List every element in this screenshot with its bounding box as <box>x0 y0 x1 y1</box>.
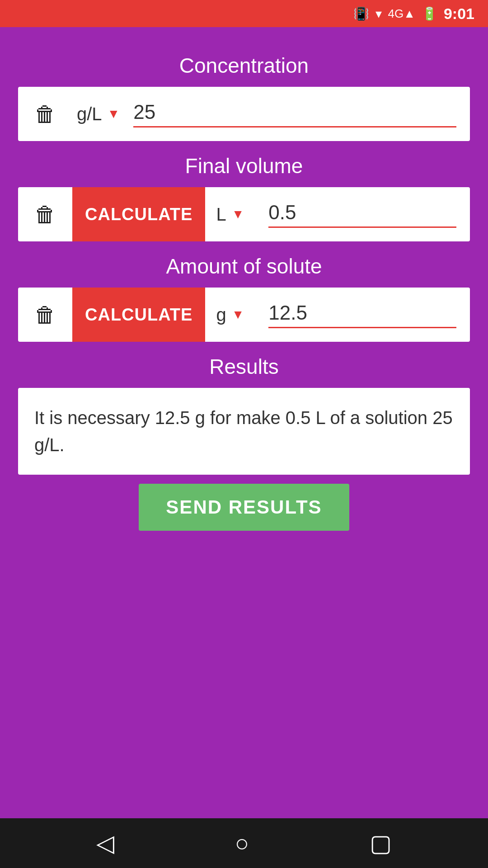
final-volume-dropdown-arrow[interactable]: ▼ <box>232 207 244 222</box>
final-volume-label: Final volume <box>18 141 470 187</box>
nav-back-button[interactable]: ◁ <box>96 830 114 857</box>
concentration-delete-button[interactable]: 🗑 <box>18 87 72 141</box>
amount-solute-row: 🗑 CALCULATE g ▼ <box>18 288 470 342</box>
vibrate-icon: 📳 <box>353 6 369 21</box>
final-volume-value-wrapper <box>255 201 470 228</box>
amount-solute-delete-button[interactable]: 🗑 <box>18 288 72 342</box>
results-card: It is necessary 12.5 g for make 0.5 L of… <box>18 388 470 475</box>
final-volume-row: 🗑 CALCULATE L ▼ <box>18 187 470 241</box>
amount-solute-value-input[interactable] <box>268 302 456 328</box>
trash-icon-volume: 🗑 <box>34 202 56 227</box>
concentration-value-wrapper <box>120 101 470 127</box>
battery-icon: 🔋 <box>422 6 437 21</box>
amount-solute-calculate-button[interactable]: CALCULATE <box>72 288 205 342</box>
send-results-button[interactable]: SEND RESULTS <box>139 484 349 531</box>
bottom-nav: ◁ ○ ▢ <box>0 818 488 868</box>
concentration-row: 🗑 g/L ▼ <box>18 87 470 141</box>
status-time: 9:01 <box>444 5 474 23</box>
final-volume-value-input[interactable] <box>268 201 456 228</box>
wifi-icon: ▾ <box>375 6 382 21</box>
status-bar: 📳 ▾ 4G▲ 🔋 9:01 <box>0 0 488 27</box>
amount-solute-unit-label: g <box>216 305 226 325</box>
amount-solute-value-wrapper <box>255 302 470 328</box>
concentration-dropdown-arrow[interactable]: ▼ <box>108 107 120 121</box>
amount-solute-unit-selector[interactable]: g ▼ <box>205 305 255 325</box>
amount-solute-label: Amount of solute <box>18 241 470 288</box>
concentration-unit-selector[interactable]: g/L ▼ <box>72 104 120 124</box>
trash-icon-solute: 🗑 <box>34 302 56 327</box>
final-volume-delete-button[interactable]: 🗑 <box>18 187 72 241</box>
final-volume-unit-selector[interactable]: L ▼ <box>205 204 255 225</box>
signal-icon: 4G▲ <box>388 7 415 21</box>
trash-icon: 🗑 <box>34 102 56 127</box>
concentration-unit-label: g/L <box>77 104 102 124</box>
concentration-label: Concentration <box>18 41 470 87</box>
amount-solute-dropdown-arrow[interactable]: ▼ <box>232 307 244 322</box>
nav-recents-button[interactable]: ▢ <box>370 830 392 857</box>
concentration-value-input[interactable] <box>133 101 456 127</box>
final-volume-calculate-button[interactable]: CALCULATE <box>72 187 205 241</box>
nav-home-button[interactable]: ○ <box>235 830 249 857</box>
results-text: It is necessary 12.5 g for make 0.5 L of… <box>34 404 454 458</box>
main-content: Concentration 🗑 g/L ▼ Final volume 🗑 CAL… <box>0 27 488 818</box>
results-label: Results <box>18 342 470 388</box>
final-volume-unit-label: L <box>216 204 226 225</box>
status-icons: 📳 ▾ 4G▲ 🔋 9:01 <box>353 5 474 23</box>
